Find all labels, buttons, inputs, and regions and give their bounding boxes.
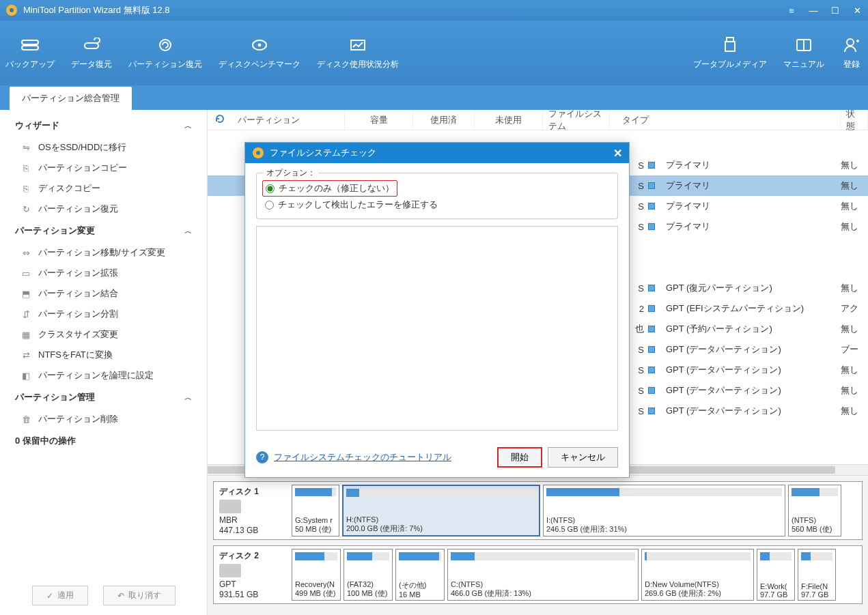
partition-color-icon: [648, 285, 655, 291]
sidebar-item-partition-copy[interactable]: ⎘パーティションコピー: [0, 158, 207, 178]
list-header: パーティション 容量 使用済 未使用 ファイルシステム タイプ 状態: [208, 110, 868, 130]
svg-point-17: [256, 151, 260, 155]
chevron-up-icon: ︿: [184, 392, 192, 403]
dialog-titlebar: ファイルシステムチェック ✕: [245, 143, 629, 163]
ribbon-register[interactable]: 登録: [841, 35, 863, 70]
partition-box[interactable]: (その他)16 MB: [395, 549, 445, 601]
sidebar-item-disk-copy[interactable]: ⎘ディスクコピー: [0, 178, 207, 199]
svg-point-13: [847, 39, 854, 46]
output-box: [256, 226, 618, 431]
sidebar-item-cluster[interactable]: ▦クラスタサイズ変更: [0, 324, 207, 345]
ribbon-backup[interactable]: バックアップ: [5, 35, 55, 70]
col-type[interactable]: タイプ: [610, 110, 841, 130]
radio-check-fix[interactable]: チェックして検出したエラーを修正する: [262, 197, 612, 213]
help-link[interactable]: ? ファイルシステムチェックのチュートリアル: [256, 451, 451, 463]
undo-button[interactable]: ↶取り消す: [103, 586, 176, 605]
ribbon-data-recovery[interactable]: データ復元: [71, 35, 112, 70]
apply-button[interactable]: ✓適用: [32, 586, 88, 605]
minimize-button[interactable]: —: [808, 5, 819, 16]
tab-row: パーティション総合管理: [0, 85, 868, 110]
pending-operations: 0 保留中の操作: [0, 429, 207, 453]
logical-icon: ◧: [20, 370, 31, 381]
partition-box[interactable]: (FAT32)100 MB (使): [344, 549, 393, 601]
svg-rect-10: [725, 42, 735, 51]
partition-color-icon: [648, 182, 655, 189]
ribbon-disk-usage[interactable]: ディスク使用状況分析: [317, 35, 399, 70]
partition-box[interactable]: E:Work(97.7 GB: [757, 549, 795, 601]
maximize-button[interactable]: ☐: [830, 5, 841, 16]
svg-rect-3: [22, 46, 38, 50]
sidebar-item-merge[interactable]: ⬒パーティション結合: [0, 283, 207, 304]
sidebar-item-set-logical[interactable]: ◧パーティションを論理に設定: [0, 365, 207, 386]
dialog-close-button[interactable]: ✕: [613, 147, 622, 160]
app-icon: [5, 4, 18, 16]
col-fs[interactable]: ファイルシステム: [543, 110, 610, 130]
tab-partition-management[interactable]: パーティション総合管理: [10, 87, 132, 110]
dialog-icon: [252, 147, 264, 159]
partition-box[interactable]: G:System r50 MB (使): [292, 485, 339, 537]
benchmark-icon: [249, 35, 270, 55]
radio-check-only[interactable]: チェックのみ（修正しない）: [262, 180, 397, 197]
data-recovery-icon: [81, 35, 102, 55]
disk-icon: [219, 564, 241, 577]
user-plus-icon: [841, 35, 863, 55]
dialog-title: ファイルシステムチェック: [270, 147, 613, 159]
col-partition[interactable]: パーティション: [232, 110, 345, 130]
col-capacity[interactable]: 容量: [345, 110, 413, 130]
partition-box[interactable]: I:(NTFS)246.5 GB (使用済: 31%): [543, 485, 785, 537]
sidebar-item-move-resize[interactable]: ⇔パーティション移動/サイズ変更: [0, 242, 207, 263]
extend-icon: ▭: [20, 268, 31, 278]
partition-box[interactable]: H:(NTFS)200.0 GB (使用済: 7%): [342, 485, 540, 537]
partition-box[interactable]: (NTFS)560 MB (使): [788, 485, 841, 537]
col-status[interactable]: 状態: [841, 110, 868, 130]
backup-icon: [19, 35, 41, 55]
menu-icon[interactable]: ≡: [786, 5, 797, 16]
partition-box[interactable]: C:(NTFS)466.0 GB (使用済: 13%): [447, 549, 639, 601]
cancel-button[interactable]: キャンセル: [548, 447, 618, 468]
partition-box[interactable]: Recovery(N499 MB (使): [292, 549, 341, 601]
app-title: MiniTool Partition Wizard 無料版 12.8: [23, 4, 786, 16]
svg-point-5: [160, 40, 171, 51]
ribbon-bootable-media[interactable]: ブータブルメディア: [693, 35, 767, 70]
partition-color-icon: [648, 223, 655, 230]
partition-box[interactable]: F:File(N97.7 GB: [798, 549, 836, 601]
partition-color-icon: [648, 162, 655, 169]
resize-icon: ⇔: [20, 247, 31, 258]
close-button[interactable]: ✕: [852, 5, 863, 16]
radio-check-fix-input[interactable]: [265, 201, 274, 210]
ribbon-disk-benchmark[interactable]: ディスクベンチマーク: [219, 35, 300, 70]
chevron-up-icon: ︿: [184, 226, 192, 236]
sidebar-item-delete[interactable]: 🗑パーティション削除: [0, 409, 207, 429]
delete-icon: 🗑: [20, 414, 31, 425]
ribbon-manual[interactable]: マニュアル: [783, 35, 824, 70]
partition-recovery-icon: [154, 35, 176, 55]
recovery-icon: ↻: [20, 203, 31, 214]
svg-rect-2: [22, 40, 38, 44]
sidebar-item-ntfs-fat[interactable]: ⇄NTFSをFATに変換: [0, 345, 207, 365]
check-icon: ✓: [46, 591, 53, 601]
options-legend: オプション：: [264, 167, 318, 179]
partition-box[interactable]: D:New Volume(NTFS)269.6 GB (使用済: 2%): [641, 549, 754, 601]
sidebar-item-split[interactable]: ⇵パーティション分割: [0, 304, 207, 324]
sidebar-item-extend[interactable]: ▭パーティション拡張: [0, 263, 207, 283]
radio-check-only-input[interactable]: [266, 184, 275, 193]
sidebar: ウィザード ︿ ⇋OSをSSD/HDDに移行 ⎘パーティションコピー ⎘ディスク…: [0, 110, 208, 615]
partition-color-icon: [648, 387, 655, 394]
col-used[interactable]: 使用済: [413, 110, 475, 130]
ribbon-partition-recovery[interactable]: パーティション復元: [128, 35, 202, 70]
ribbon-toolbar: バックアップ データ復元 パーティション復元 ディスクベンチマーク ディスク使用…: [0, 20, 868, 85]
col-unused[interactable]: 未使用: [475, 110, 543, 130]
convert-icon: ⇄: [20, 349, 31, 360]
sidebar-group-wizard[interactable]: ウィザード ︿: [0, 114, 207, 137]
disk-copy-icon: ⎘: [20, 183, 31, 194]
refresh-button[interactable]: [208, 113, 232, 126]
sidebar-item-migrate-os[interactable]: ⇋OSをSSD/HDDに移行: [0, 137, 207, 158]
sidebar-item-partition-recovery[interactable]: ↻パーティション復元: [0, 199, 207, 219]
sidebar-group-manage[interactable]: パーティション管理 ︿: [0, 386, 207, 409]
diskmap-disk1: ディスク 1 MBR 447.13 GB G:System r50 MB (使)…: [213, 481, 863, 540]
partition-color-icon: [648, 346, 655, 353]
partition-color-icon: [648, 367, 655, 373]
start-button[interactable]: 開始: [497, 447, 542, 468]
svg-rect-4: [85, 43, 98, 48]
sidebar-group-change[interactable]: パーティション変更 ︿: [0, 219, 207, 242]
